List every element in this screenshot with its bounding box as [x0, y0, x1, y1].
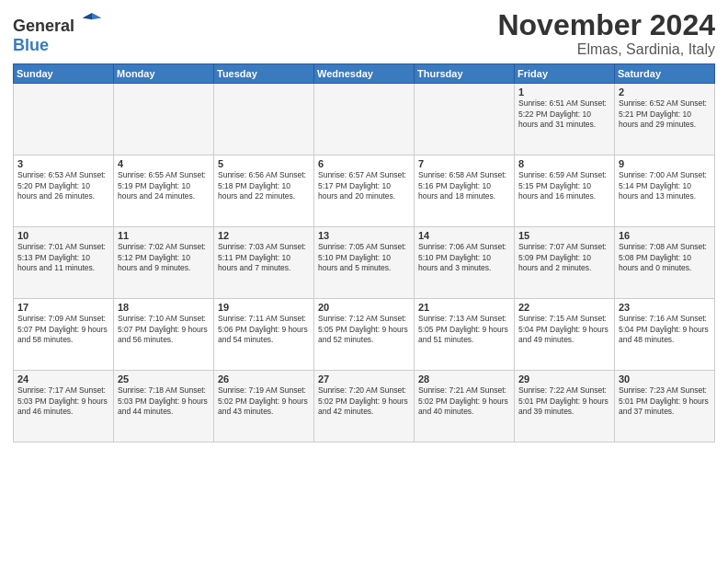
svg-marker-0	[92, 13, 101, 19]
day-number: 21	[418, 302, 510, 313]
calendar-week-row: 24Sunrise: 7:17 AM Sunset: 5:03 PM Dayli…	[14, 371, 715, 442]
calendar-cell	[314, 84, 415, 155]
day-number: 9	[619, 158, 711, 169]
day-info: Sunrise: 7:22 AM Sunset: 5:01 PM Dayligh…	[518, 385, 610, 417]
day-number: 28	[418, 373, 510, 385]
day-info: Sunrise: 7:08 AM Sunset: 5:08 PM Dayligh…	[619, 242, 711, 273]
calendar-cell: 15Sunrise: 7:07 AM Sunset: 5:09 PM Dayli…	[515, 227, 615, 299]
day-info: Sunrise: 7:06 AM Sunset: 5:10 PM Dayligh…	[418, 242, 510, 273]
day-number: 1	[518, 86, 610, 98]
day-number: 12	[218, 230, 310, 241]
month-title: November 2024	[497, 9, 715, 41]
day-number: 6	[318, 158, 410, 169]
calendar-cell: 30Sunrise: 7:23 AM Sunset: 5:01 PM Dayli…	[615, 371, 715, 442]
calendar-cell: 17Sunrise: 7:09 AM Sunset: 5:07 PM Dayli…	[14, 299, 114, 371]
day-info: Sunrise: 6:55 AM Sunset: 5:19 PM Dayligh…	[118, 170, 210, 201]
day-info: Sunrise: 6:56 AM Sunset: 5:18 PM Dayligh…	[218, 170, 310, 201]
calendar-cell: 27Sunrise: 7:20 AM Sunset: 5:02 PM Dayli…	[314, 371, 415, 442]
day-info: Sunrise: 7:02 AM Sunset: 5:12 PM Dayligh…	[118, 242, 210, 273]
calendar-cell: 22Sunrise: 7:15 AM Sunset: 5:04 PM Dayli…	[515, 299, 615, 371]
weekday-header: Saturday	[615, 64, 715, 84]
day-info: Sunrise: 7:12 AM Sunset: 5:05 PM Dayligh…	[318, 314, 410, 345]
day-number: 30	[619, 373, 711, 385]
calendar-cell: 26Sunrise: 7:19 AM Sunset: 5:02 PM Dayli…	[214, 371, 314, 442]
day-info: Sunrise: 6:57 AM Sunset: 5:17 PM Dayligh…	[318, 170, 410, 201]
weekday-header: Friday	[515, 64, 615, 84]
day-info: Sunrise: 7:13 AM Sunset: 5:05 PM Dayligh…	[418, 314, 510, 345]
calendar-cell: 3Sunrise: 6:53 AM Sunset: 5:20 PM Daylig…	[14, 155, 114, 227]
day-info: Sunrise: 7:18 AM Sunset: 5:03 PM Dayligh…	[118, 385, 210, 417]
day-info: Sunrise: 7:16 AM Sunset: 5:04 PM Dayligh…	[619, 314, 711, 345]
day-number: 24	[17, 373, 109, 385]
day-number: 11	[118, 230, 210, 241]
day-info: Sunrise: 6:58 AM Sunset: 5:16 PM Dayligh…	[418, 170, 510, 201]
day-number: 15	[518, 230, 610, 241]
day-info: Sunrise: 7:21 AM Sunset: 5:02 PM Dayligh…	[418, 385, 510, 417]
day-number: 29	[518, 373, 610, 385]
day-number: 20	[318, 302, 410, 313]
calendar-cell: 14Sunrise: 7:06 AM Sunset: 5:10 PM Dayli…	[415, 227, 515, 299]
weekday-header: Sunday	[14, 64, 114, 84]
day-info: Sunrise: 6:59 AM Sunset: 5:15 PM Dayligh…	[518, 170, 610, 201]
day-info: Sunrise: 7:23 AM Sunset: 5:01 PM Dayligh…	[619, 385, 711, 417]
calendar-week-row: 10Sunrise: 7:01 AM Sunset: 5:13 PM Dayli…	[14, 227, 715, 299]
calendar-cell	[114, 84, 214, 155]
calendar-cell: 9Sunrise: 7:00 AM Sunset: 5:14 PM Daylig…	[615, 155, 715, 227]
calendar-cell: 2Sunrise: 6:52 AM Sunset: 5:21 PM Daylig…	[615, 84, 715, 155]
day-number: 27	[318, 373, 410, 385]
calendar-cell: 7Sunrise: 6:58 AM Sunset: 5:16 PM Daylig…	[415, 155, 515, 227]
calendar-cell	[14, 84, 114, 155]
logo-blue: Blue	[13, 36, 49, 54]
day-number: 14	[418, 230, 510, 241]
calendar-cell: 21Sunrise: 7:13 AM Sunset: 5:05 PM Dayli…	[415, 299, 515, 371]
calendar-cell: 29Sunrise: 7:22 AM Sunset: 5:01 PM Dayli…	[515, 371, 615, 442]
day-info: Sunrise: 7:17 AM Sunset: 5:03 PM Dayligh…	[17, 385, 109, 417]
calendar-week-row: 17Sunrise: 7:09 AM Sunset: 5:07 PM Dayli…	[14, 299, 715, 371]
calendar-cell: 23Sunrise: 7:16 AM Sunset: 5:04 PM Dayli…	[615, 299, 715, 371]
day-info: Sunrise: 7:01 AM Sunset: 5:13 PM Dayligh…	[17, 242, 109, 273]
calendar-header-row: SundayMondayTuesdayWednesdayThursdayFrid…	[14, 64, 715, 84]
calendar-cell	[214, 84, 314, 155]
calendar-cell: 12Sunrise: 7:03 AM Sunset: 5:11 PM Dayli…	[214, 227, 314, 299]
svg-marker-1	[82, 13, 91, 19]
day-info: Sunrise: 7:09 AM Sunset: 5:07 PM Dayligh…	[17, 314, 109, 345]
calendar-cell: 25Sunrise: 7:18 AM Sunset: 5:03 PM Dayli…	[114, 371, 214, 442]
calendar-cell: 18Sunrise: 7:10 AM Sunset: 5:07 PM Dayli…	[114, 299, 214, 371]
day-number: 10	[17, 230, 109, 241]
day-info: Sunrise: 7:03 AM Sunset: 5:11 PM Dayligh…	[218, 242, 310, 273]
day-number: 2	[619, 86, 711, 98]
day-info: Sunrise: 7:11 AM Sunset: 5:06 PM Dayligh…	[218, 314, 310, 345]
day-info: Sunrise: 6:53 AM Sunset: 5:20 PM Dayligh…	[17, 170, 109, 201]
calendar-cell	[415, 84, 515, 155]
day-number: 8	[518, 158, 610, 169]
calendar-cell: 20Sunrise: 7:12 AM Sunset: 5:05 PM Dayli…	[314, 299, 415, 371]
day-number: 17	[17, 302, 109, 313]
weekday-header: Monday	[114, 64, 214, 84]
day-info: Sunrise: 7:00 AM Sunset: 5:14 PM Dayligh…	[619, 170, 711, 201]
weekday-header: Thursday	[415, 64, 515, 84]
day-number: 13	[318, 230, 410, 241]
calendar-cell: 13Sunrise: 7:05 AM Sunset: 5:10 PM Dayli…	[314, 227, 415, 299]
day-number: 19	[218, 302, 310, 313]
day-info: Sunrise: 7:05 AM Sunset: 5:10 PM Dayligh…	[318, 242, 410, 273]
day-number: 5	[218, 158, 310, 169]
header: General Blue November 2024 Elmas, Sardin…	[13, 9, 715, 58]
calendar-week-row: 3Sunrise: 6:53 AM Sunset: 5:20 PM Daylig…	[14, 155, 715, 227]
logo-general: General	[13, 17, 74, 35]
logo: General Blue	[13, 9, 103, 55]
calendar-cell: 8Sunrise: 6:59 AM Sunset: 5:15 PM Daylig…	[515, 155, 615, 227]
calendar-body: 1Sunrise: 6:51 AM Sunset: 5:22 PM Daylig…	[14, 84, 715, 442]
calendar-table: SundayMondayTuesdayWednesdayThursdayFrid…	[13, 63, 715, 442]
day-number: 4	[118, 158, 210, 169]
day-info: Sunrise: 7:15 AM Sunset: 5:04 PM Dayligh…	[518, 314, 610, 345]
day-info: Sunrise: 7:19 AM Sunset: 5:02 PM Dayligh…	[218, 385, 310, 417]
calendar-cell: 24Sunrise: 7:17 AM Sunset: 5:03 PM Dayli…	[14, 371, 114, 442]
calendar-cell: 28Sunrise: 7:21 AM Sunset: 5:02 PM Dayli…	[415, 371, 515, 442]
logo-bird-icon	[81, 9, 103, 31]
day-number: 7	[418, 158, 510, 169]
calendar-cell: 16Sunrise: 7:08 AM Sunset: 5:08 PM Dayli…	[615, 227, 715, 299]
day-number: 3	[17, 158, 109, 169]
day-number: 26	[218, 373, 310, 385]
day-info: Sunrise: 6:51 AM Sunset: 5:22 PM Dayligh…	[518, 98, 610, 130]
calendar-cell: 5Sunrise: 6:56 AM Sunset: 5:18 PM Daylig…	[214, 155, 314, 227]
